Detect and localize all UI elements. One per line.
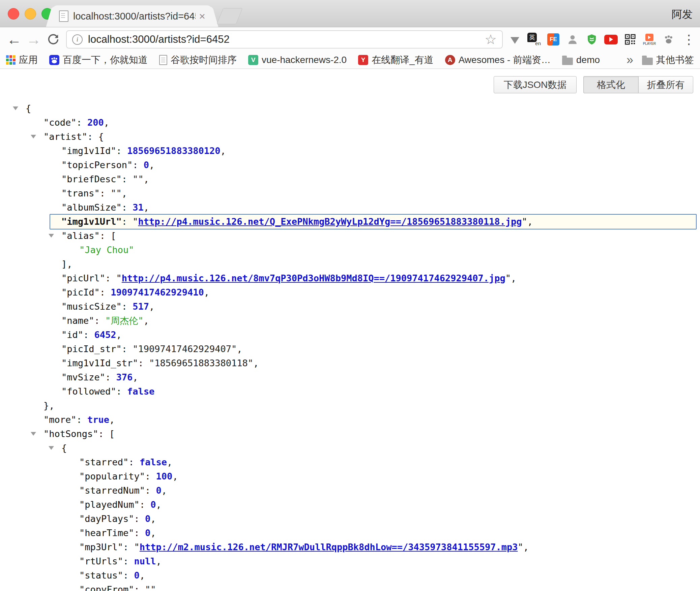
apps-grid-icon xyxy=(6,55,16,65)
extension-qrcode-icon[interactable] xyxy=(623,33,637,46)
youdao-icon: Y xyxy=(358,55,368,65)
shield-icon xyxy=(586,33,598,45)
json-token: : xyxy=(83,330,94,340)
new-tab-button[interactable] xyxy=(216,8,242,24)
viewer-actions: 下载JSON数据 格式化 折叠所有 xyxy=(494,76,693,93)
extension-youtube-icon[interactable] xyxy=(604,33,618,46)
extension-translate-icon[interactable]: 英 en xyxy=(527,33,541,46)
json-token: : xyxy=(140,499,151,510)
address-bar[interactable]: i localhost:3000/artists?id=6452 ☆ xyxy=(66,30,503,49)
bookmark-label: 在线翻译_有道 xyxy=(372,54,434,66)
json-token: "status" xyxy=(79,570,123,581)
extension-fe-icon[interactable]: FE xyxy=(547,33,560,46)
json-token: "img1v1Url" xyxy=(61,216,122,227)
json-token: "id" xyxy=(61,330,83,340)
json-token: : " xyxy=(105,273,122,283)
json-line: "followed": false xyxy=(0,384,700,399)
json-url-link[interactable]: http://p4.music.126.net/Q_ExePNkmgB2yWyL… xyxy=(138,216,522,227)
json-token: 18569651883380120 xyxy=(127,146,220,156)
bookmark-baidu[interactable]: 百度一下，你就知道 xyxy=(49,54,148,66)
json-token: : xyxy=(116,386,127,397)
json-token: false xyxy=(140,457,167,467)
qr-code-icon xyxy=(624,34,636,45)
other-bookmarks-folder[interactable]: 其他书签 xyxy=(642,54,694,66)
json-token: "copyFrom" xyxy=(79,584,134,591)
tab-close-icon[interactable]: × xyxy=(199,11,205,22)
close-window-button[interactable] xyxy=(8,8,19,20)
page-info-icon[interactable]: i xyxy=(72,34,83,45)
profile-name[interactable]: 阿发 xyxy=(672,7,693,22)
bookmark-label: 应用 xyxy=(19,54,38,66)
bookmark-star-icon[interactable]: ☆ xyxy=(485,33,497,46)
json-url-link[interactable]: http://m2.music.126.net/RMJR7wDullRqppBk… xyxy=(140,542,518,552)
json-token: : xyxy=(100,188,111,198)
awesomes-icon: A xyxy=(445,55,455,65)
json-token: , xyxy=(204,287,209,298)
browser-menu-icon[interactable]: ⋮ xyxy=(682,33,695,46)
extension-profile-icon[interactable] xyxy=(566,33,579,46)
collapse-triangle-icon[interactable] xyxy=(13,106,18,110)
collapse-triangle-icon[interactable] xyxy=(49,446,54,450)
json-token: "playedNum" xyxy=(79,499,140,510)
json-token: ", xyxy=(505,273,517,283)
json-token: "img1v1Id_str" xyxy=(61,358,138,368)
json-url-link[interactable]: http://p4.music.126.net/8mv7qP30Pd3oHW8b… xyxy=(122,273,505,283)
collapse-triangle-icon[interactable] xyxy=(31,135,36,138)
back-icon[interactable]: ← xyxy=(7,32,22,47)
json-line: { xyxy=(0,101,700,116)
json-line: "trans": "", xyxy=(0,186,700,200)
json-line: "mvSize": 376, xyxy=(0,370,700,384)
collapse-all-button[interactable]: 折叠所有 xyxy=(638,76,693,93)
json-token: , xyxy=(156,584,162,591)
tab-bar: localhost:3000/artists?id=645 × 阿发 xyxy=(0,0,700,27)
json-token: : xyxy=(122,174,133,184)
extension-dart-icon[interactable] xyxy=(508,33,522,46)
collapse-triangle-icon[interactable] xyxy=(31,432,36,436)
json-line: "img1v1Id": 18569651883380120, xyxy=(0,144,700,158)
bookmark-awesomes[interactable]: A Awesomes - 前端资… xyxy=(445,54,551,66)
json-line: "img1v1Id_str": "18569651883380118", xyxy=(0,356,700,370)
json-token: : xyxy=(134,584,145,591)
json-line: "alias": [ xyxy=(0,229,700,243)
json-token: "picUrl" xyxy=(61,273,105,283)
json-token: : xyxy=(122,344,133,354)
bookmarks-overflow-icon[interactable]: » xyxy=(626,54,633,66)
json-token: "artist" xyxy=(43,131,87,142)
forward-icon[interactable]: → xyxy=(26,32,41,47)
extension-player-icon[interactable]: PLAYER xyxy=(643,33,656,46)
json-line: "artist": { xyxy=(0,130,700,144)
bookmark-youdao-translate[interactable]: Y 在线翻译_有道 xyxy=(358,54,434,66)
json-token: "dayPlays" xyxy=(79,514,134,524)
json-viewer-page: 下载JSON数据 格式化 折叠所有 {"code": 200,"artist":… xyxy=(0,69,700,591)
json-line: "albumSize": 31, xyxy=(0,200,700,215)
bookmark-label: demo xyxy=(576,55,600,65)
extension-shield-icon[interactable] xyxy=(585,33,599,46)
json-line: }, xyxy=(0,399,700,413)
json-token: "code" xyxy=(43,117,77,128)
minimize-window-button[interactable] xyxy=(25,8,36,20)
json-token: "starredNum" xyxy=(79,485,145,496)
json-token: "alias" xyxy=(61,230,100,241)
json-token: ", xyxy=(518,542,529,552)
browser-tab[interactable]: localhost:3000/artists?id=645 × xyxy=(53,5,211,27)
url-text[interactable]: localhost:3000/artists?id=6452 xyxy=(88,33,485,45)
json-token: : [ xyxy=(98,429,115,439)
json-token: "name" xyxy=(61,315,94,326)
bookmark-label: 百度一下，你就知道 xyxy=(63,54,148,66)
format-button[interactable]: 格式化 xyxy=(583,76,638,93)
json-line: "code": 200, xyxy=(0,116,700,130)
reload-icon[interactable] xyxy=(47,33,60,46)
bookmark-vue-hackernews[interactable]: V vue-hackernews-2.0 xyxy=(248,55,347,65)
json-token: : { xyxy=(87,131,104,142)
json-token: , xyxy=(104,117,109,128)
collapse-triangle-icon[interactable] xyxy=(49,234,54,238)
json-token: "popularity" xyxy=(79,471,145,481)
extension-paw-icon[interactable] xyxy=(662,33,675,46)
bookmark-apps[interactable]: 应用 xyxy=(6,54,38,66)
bookmark-google-sort[interactable]: 谷歌按时间排序 xyxy=(159,54,237,66)
download-json-button[interactable]: 下载JSON数据 xyxy=(494,76,577,93)
json-line: "dayPlays": 0, xyxy=(0,512,700,526)
json-token: : xyxy=(105,372,116,382)
json-token: "18569651883380118" xyxy=(149,358,253,368)
bookmark-folder-demo[interactable]: demo xyxy=(562,55,600,65)
